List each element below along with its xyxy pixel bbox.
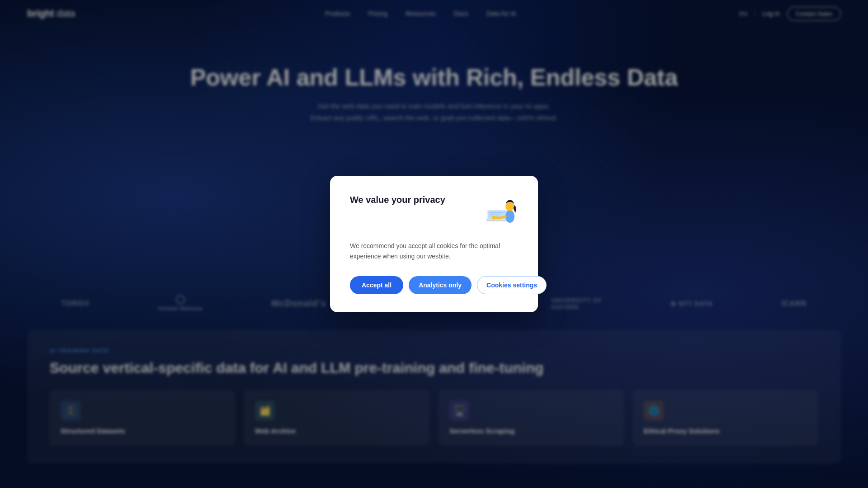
analytics-only-button[interactable]: Analytics only	[409, 276, 472, 294]
modal-header: We value your privacy	[350, 194, 518, 230]
svg-point-6	[505, 210, 514, 223]
svg-point-7	[505, 202, 514, 211]
cookies-settings-button[interactable]: Cookies settings	[477, 276, 547, 294]
svg-rect-5	[490, 216, 501, 216]
privacy-modal: We value your privacy	[330, 176, 538, 312]
modal-overlay: We value your privacy	[0, 0, 868, 488]
modal-description: We recommend you accept all cookies for …	[350, 241, 518, 262]
accept-all-button[interactable]: Accept all	[350, 276, 403, 294]
svg-point-8	[492, 216, 495, 220]
modal-buttons: Accept all Analytics only Cookies settin…	[350, 276, 518, 294]
modal-title: We value your privacy	[350, 194, 477, 206]
svg-rect-4	[490, 214, 500, 215]
modal-illustration	[477, 194, 518, 230]
svg-rect-3	[490, 212, 503, 213]
